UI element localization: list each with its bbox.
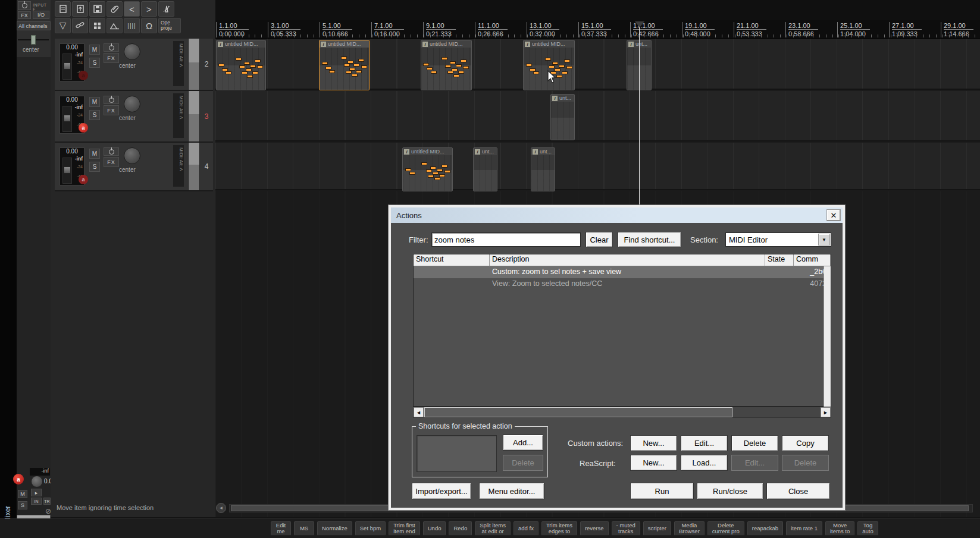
filter-input[interactable] (431, 232, 581, 247)
omega-icon[interactable]: Ω (141, 18, 157, 33)
record-arm-button[interactable]: a (79, 175, 88, 184)
toolbar-action-button[interactable]: Trim first item end (389, 521, 420, 536)
col-state[interactable]: State (765, 254, 794, 266)
toolbar-action-button[interactable]: Normalize (317, 521, 352, 536)
track-zoom-scrollbar[interactable] (188, 143, 200, 190)
scroll-right-icon[interactable]: ► (821, 407, 831, 417)
solo-button[interactable]: S (18, 501, 27, 509)
save-project-icon[interactable] (89, 1, 105, 17)
custom-action-button[interactable]: Edit... (681, 435, 728, 451)
power-button[interactable] (18, 1, 31, 10)
track-panel[interactable]: 0.00 -inf -24 -42 a M S FX center MIDI: … (55, 39, 213, 91)
fx-enable-button[interactable] (104, 96, 119, 104)
toolbar-action-button[interactable]: scripter (643, 521, 671, 536)
volume-fader[interactable] (62, 106, 72, 132)
pan-slider[interactable] (18, 34, 49, 45)
run-button[interactable]: Run (630, 483, 694, 499)
midi-item[interactable]: iuntitled MID... (421, 40, 472, 90)
toolbar-action-button[interactable]: item rate 1 (786, 521, 822, 536)
attach-icon[interactable] (107, 1, 123, 17)
list-horizontal-scrollbar[interactable]: ◄ ► (413, 407, 831, 418)
fader-handle[interactable] (64, 166, 71, 174)
open-project-button[interactable]: Ope proje (158, 18, 181, 33)
toolbar-action-button[interactable]: Trim items edges to (541, 521, 577, 536)
fx-button[interactable]: FX (18, 11, 31, 19)
run-close-button[interactable]: Run/close (697, 483, 763, 499)
action-row[interactable]: Custom: zoom to sel notes + save view _2… (414, 266, 831, 278)
menu-editor-button[interactable]: Menu editor... (479, 483, 544, 499)
clear-button[interactable]: Clear (586, 232, 613, 247)
filter-icon[interactable]: ▽ (55, 18, 71, 33)
fx-enable-button[interactable] (104, 147, 119, 156)
toolbar-action-button[interactable]: - muted tracks (612, 521, 640, 536)
solo-button[interactable]: S (89, 162, 100, 172)
fader-handle[interactable] (64, 115, 71, 122)
reascript-button[interactable]: Delete (782, 455, 829, 471)
delete-shortcut-button[interactable]: Delete (503, 455, 543, 471)
volume-fader[interactable] (62, 158, 72, 184)
midi-item[interactable]: iuntitled MID... (319, 40, 370, 90)
redo-icon[interactable]: > (141, 1, 157, 17)
close-button[interactable]: Close (766, 483, 830, 499)
col-command[interactable]: Comm (794, 254, 831, 266)
action-row[interactable]: View: Zoom to selected notes/CC 40725 (414, 278, 831, 290)
solo-button[interactable]: S (89, 110, 100, 120)
toolbar-action-button[interactable]: Split items at edit or (475, 521, 511, 536)
list-vertical-scrollbar[interactable] (824, 266, 831, 407)
pan-knob[interactable] (124, 43, 140, 60)
mute-button[interactable]: M (89, 97, 100, 107)
action-list[interactable]: Shortcut Description State Comm Custom: … (413, 254, 831, 407)
col-shortcut[interactable]: Shortcut (414, 254, 490, 266)
track-button[interactable]: TR (43, 498, 51, 505)
pan-knob[interactable] (124, 96, 140, 112)
dialog-title-bar[interactable]: Actions (391, 207, 843, 223)
toolbar-action-button[interactable]: add fx (514, 521, 538, 536)
import-export-button[interactable]: Import/export... (412, 483, 471, 499)
fx-button[interactable]: FX (104, 157, 119, 167)
fx-enable-button[interactable] (104, 43, 119, 52)
scroll-left-button[interactable]: ◄ (216, 503, 226, 513)
pan-knob[interactable] (31, 476, 43, 487)
toolbar-action-button[interactable]: Move items to (825, 521, 854, 536)
mute-button[interactable]: M (89, 149, 100, 159)
find-shortcut-button[interactable]: Find shortcut... (618, 232, 681, 247)
custom-action-button[interactable]: Copy (782, 435, 829, 451)
chevron-down-icon[interactable]: ▼ (818, 234, 830, 246)
scroll-left-icon[interactable]: ◄ (414, 407, 424, 417)
midi-item[interactable]: iunt... (531, 147, 555, 191)
toolbar-action-button[interactable]: Delete current pro (707, 521, 744, 536)
fader-handle[interactable] (64, 62, 71, 70)
toolbar-action-button[interactable]: Media Browser (674, 521, 705, 536)
record-arm-button[interactable]: a (13, 474, 24, 484)
link-icon[interactable] (72, 18, 88, 33)
fx-button[interactable]: FX (104, 53, 119, 63)
mute-button[interactable]: M (89, 45, 100, 55)
grid-icon[interactable] (89, 18, 105, 33)
track-panel[interactable]: 0.00 -inf -24 -42 a M S FX center MIDI: … (55, 143, 213, 191)
undo-icon[interactable]: < (124, 1, 140, 17)
track-panel[interactable]: 0.00 -inf -24 -42 a M S FX center MIDI: … (55, 91, 213, 143)
midi-item[interactable]: iunt... (473, 147, 497, 191)
toolbar-action-button[interactable]: Edit me (271, 521, 291, 536)
open-project-icon[interactable] (72, 1, 88, 17)
reascript-button[interactable]: Edit... (731, 455, 778, 471)
volume-fader[interactable] (62, 54, 72, 80)
close-icon[interactable]: ✕ (826, 209, 841, 221)
record-arm-button[interactable]: a (79, 123, 88, 133)
new-project-icon[interactable] (55, 1, 71, 17)
toolbar-action-button[interactable]: MS (294, 521, 314, 536)
shortcuts-listbox[interactable] (417, 435, 497, 472)
add-shortcut-button[interactable]: Add... (503, 435, 543, 451)
midi-routing-label[interactable]: MIDI: All: Λ (173, 145, 184, 187)
toolbar-action-button[interactable]: Tog auto (857, 521, 878, 536)
record-arm-button[interactable]: a (79, 71, 88, 80)
reascript-button[interactable]: Load... (681, 455, 728, 471)
midi-item[interactable]: iunt... (550, 94, 575, 140)
input-button[interactable]: IN (31, 498, 42, 505)
mute-button[interactable]: M (18, 490, 27, 498)
midi-routing-label[interactable]: MIDI: All: Λ (173, 93, 184, 138)
toolbar-action-button[interactable]: Undo (423, 521, 446, 536)
envelope-icon[interactable] (107, 18, 123, 33)
midi-item[interactable]: iuntitled MID... (402, 147, 453, 191)
toolbar-action-button[interactable]: reapackab (747, 521, 783, 536)
